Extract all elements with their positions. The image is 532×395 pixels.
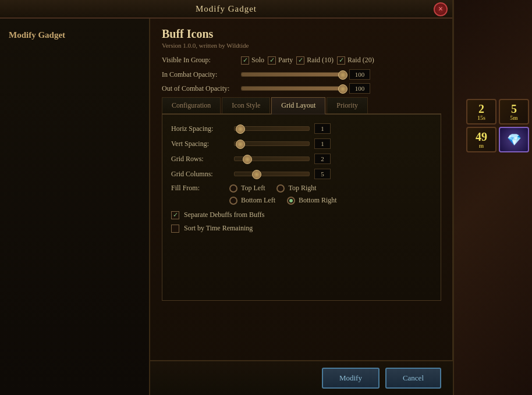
raid10-checkbox-item[interactable]: Raid (10) <box>296 56 334 65</box>
in-combat-opacity-fill <box>242 73 345 76</box>
top-right-radio-item[interactable]: Top Right <box>276 184 316 193</box>
modify-button[interactable]: Modify <box>322 368 380 389</box>
cancel-button[interactable]: Cancel <box>385 368 441 389</box>
hud-num-2: 5 <box>511 103 517 115</box>
separate-debuffs-checkbox[interactable] <box>171 211 179 219</box>
bottom-right-radio[interactable] <box>287 197 295 205</box>
tab-panel-grid-layout: Horiz Spacing: 1 Vert Spacing: 1 Grid Ro… <box>162 115 441 301</box>
bottom-bar: Modify Cancel <box>150 360 453 395</box>
top-right-label: Top Right <box>288 184 316 193</box>
raid10-label: Raid (10) <box>307 56 334 65</box>
hud-button-3[interactable]: 49 m <box>466 127 496 152</box>
grid-columns-value: 5 <box>314 169 331 179</box>
left-panel-title: Modify Gadget <box>9 30 65 40</box>
grid-rows-label: Grid Rows: <box>171 155 229 163</box>
grid-rows-thumb[interactable] <box>243 155 252 164</box>
horiz-spacing-thumb[interactable] <box>236 124 245 134</box>
hud-button-2[interactable]: 5 5m <box>499 99 529 124</box>
dialog: Modify Gadget × Modify Gadget Buff Icons… <box>0 0 454 395</box>
solo-checkbox[interactable] <box>241 56 249 65</box>
grid-columns-row: Grid Columns: 5 <box>171 169 432 179</box>
horiz-spacing-label: Horiz Spacing: <box>171 124 229 133</box>
vert-spacing-row: Vert Spacing: 1 <box>171 138 432 149</box>
sort-by-time-row: Sort by Time Remaining <box>171 224 432 233</box>
fill-from-label: Fill From: <box>171 184 229 193</box>
main-content: Buff Icons Version 1.0.0, written by Wil… <box>150 19 453 360</box>
raid20-label: Raid (20) <box>347 56 374 65</box>
party-label: Party <box>278 56 293 65</box>
vert-spacing-value: 1 <box>314 138 331 149</box>
grid-rows-slider[interactable] <box>234 156 310 161</box>
fill-from-options: Top Left Top Right Bottom Left <box>229 184 337 205</box>
out-combat-opacity-row: Out of Combat Opacity: 100 <box>162 83 441 94</box>
hud-num-1: 2 <box>478 103 484 115</box>
dialog-title: Modify Gadget <box>196 4 257 14</box>
top-right-radio[interactable] <box>276 184 285 193</box>
visible-in-group-label: Visible In Group: <box>162 56 237 65</box>
bottom-right-radio-item[interactable]: Bottom Right <box>287 196 337 205</box>
separate-debuffs-row: Separate Debuffs from Buffs <box>171 211 432 219</box>
gem-icon: 💎 <box>507 133 522 147</box>
raid20-checkbox[interactable] <box>337 56 345 65</box>
bottom-left-radio[interactable] <box>229 197 237 205</box>
tab-grid-layout[interactable]: Grid Layout <box>271 97 325 115</box>
title-bar: Modify Gadget × <box>0 0 452 19</box>
in-combat-opacity-value: 100 <box>349 69 370 80</box>
out-combat-opacity-label: Out of Combat Opacity: <box>162 84 237 93</box>
in-combat-opacity-slider[interactable] <box>241 72 346 77</box>
fill-from-row-1: Top Left Top Right <box>229 184 337 193</box>
close-button[interactable]: × <box>434 2 448 16</box>
hud-num-3: 49 <box>476 131 487 143</box>
out-combat-opacity-value: 100 <box>349 83 370 94</box>
top-left-radio[interactable] <box>229 184 237 193</box>
grid-columns-label: Grid Columns: <box>171 170 229 179</box>
hud-time-2: 5m <box>510 115 517 121</box>
vert-spacing-thumb[interactable] <box>236 140 245 149</box>
grid-rows-value: 2 <box>314 154 331 164</box>
plugin-version: Version 1.0.0, written by Wildtide <box>162 42 441 49</box>
raid10-checkbox[interactable] <box>296 56 304 65</box>
grid-columns-thumb[interactable] <box>252 170 261 179</box>
solo-checkbox-item[interactable]: Solo <box>241 56 264 65</box>
in-combat-opacity-label: In Combat Opacity: <box>162 70 237 79</box>
bottom-left-label: Bottom Left <box>241 196 275 205</box>
tab-priority[interactable]: Priority <box>327 97 368 113</box>
hud-gem-button[interactable]: 💎 <box>499 127 529 152</box>
grid-columns-slider[interactable] <box>234 172 310 176</box>
in-combat-opacity-row: In Combat Opacity: 100 <box>162 69 441 80</box>
left-panel: Modify Gadget <box>0 19 150 395</box>
hud-time-1: 15s <box>477 115 485 121</box>
hud-row-bottom: 49 m 💎 <box>466 127 529 152</box>
fill-from-row-2: Bottom Left Bottom Right <box>229 196 337 205</box>
hud-buttons: 2 15s 5 5m 49 m 💎 <box>466 99 529 152</box>
horiz-spacing-value: 1 <box>314 123 331 134</box>
vert-spacing-label: Vert Spacing: <box>171 140 229 148</box>
vert-spacing-slider[interactable] <box>234 141 310 146</box>
out-combat-opacity-fill <box>242 87 345 90</box>
solo-label: Solo <box>251 56 264 65</box>
tab-icon-style[interactable]: Icon Style <box>222 97 270 113</box>
hud-button-1[interactable]: 2 15s <box>466 99 496 124</box>
grid-rows-row: Grid Rows: 2 <box>171 154 432 164</box>
party-checkbox-item[interactable]: Party <box>268 56 293 65</box>
party-checkbox[interactable] <box>268 56 276 65</box>
hud-row-top: 2 15s 5 5m <box>466 99 529 124</box>
fill-from-section: Fill From: Top Left Top Right <box>171 184 432 205</box>
sort-by-time-checkbox[interactable] <box>171 225 179 233</box>
out-combat-opacity-slider[interactable] <box>241 86 346 91</box>
hud-time-3: m <box>479 143 484 149</box>
separate-debuffs-label: Separate Debuffs from Buffs <box>184 211 265 219</box>
horiz-spacing-slider[interactable] <box>234 126 310 131</box>
top-left-label: Top Left <box>241 184 265 193</box>
out-combat-opacity-thumb[interactable] <box>338 84 347 94</box>
top-left-radio-item[interactable]: Top Left <box>229 184 265 193</box>
horiz-spacing-row: Horiz Spacing: 1 <box>171 123 432 134</box>
plugin-name: Buff Icons <box>162 27 441 41</box>
tabs-container: Configuration Icon Style Grid Layout Pri… <box>162 97 441 115</box>
raid20-checkbox-item[interactable]: Raid (20) <box>337 56 374 65</box>
visible-in-group-row: Visible In Group: Solo Party Raid (10) R… <box>162 56 441 65</box>
bottom-left-radio-item[interactable]: Bottom Left <box>229 196 275 205</box>
sort-by-time-label: Sort by Time Remaining <box>184 224 253 233</box>
in-combat-opacity-thumb[interactable] <box>338 70 347 80</box>
tab-configuration[interactable]: Configuration <box>162 97 221 113</box>
